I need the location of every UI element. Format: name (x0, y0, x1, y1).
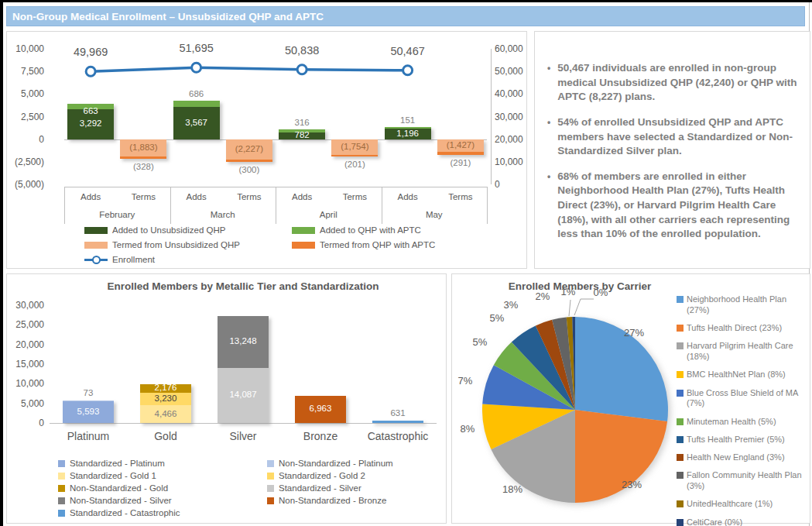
bar-value-label: (300) (226, 165, 272, 174)
pie-percent-label: 23% (622, 479, 642, 490)
legend-label: Termed from Unsubsidized QHP (112, 240, 240, 249)
enrollment-line-marker[interactable] (86, 67, 95, 76)
legend-item[interactable]: Neighborhood Health Plan (27%) (677, 294, 810, 316)
legend-swatch (292, 242, 315, 249)
enrollment-line-marker[interactable] (297, 65, 307, 74)
legend-item[interactable]: Standardized - Silver (267, 483, 361, 493)
terms-bar-stack[interactable]: (1,427) (437, 139, 484, 155)
bar-segment-termed-qhp-aptc[interactable] (331, 155, 378, 156)
terms-bar-stack[interactable]: (2,227) (226, 139, 272, 162)
legend-item[interactable]: Standardized - Catastrophic (58, 508, 180, 517)
right-axis-tick: 40,000 (495, 88, 532, 99)
y-axis-tick: 30,000 (7, 300, 44, 311)
legend-item[interactable]: Blue Cross Blue Shield of MA (7%) (677, 388, 810, 410)
bar-value-label: 2,176 (140, 383, 191, 392)
tier-bar-stack[interactable]: 6,963 (295, 396, 346, 423)
bar-value-label: 3,292 (67, 119, 114, 128)
tier-bar-stack[interactable]: 5,593 (63, 401, 114, 423)
y-axis-tick: 0 (7, 418, 44, 428)
insight-bullet: •68% of members are enrolled in either N… (547, 170, 800, 242)
adds-bar-stack[interactable]: 782 (279, 129, 325, 139)
legend-label: Standardized - Gold 2 (279, 471, 365, 480)
tier-bar-stack[interactable]: 2,1763,2304,466 (140, 384, 191, 423)
carrier-pie-panel: Enrolled Members by Carrier 27%23%18%8%7… (451, 273, 810, 524)
legend-item[interactable]: Harvard Pilgrim Health Care (18%) (677, 341, 810, 363)
month-label: February (64, 210, 170, 219)
legend-item[interactable]: Minuteman Health (5%) (677, 417, 810, 428)
legend-swatch (677, 342, 684, 349)
legend-swatch (267, 485, 274, 492)
legend-item[interactable]: CeltiCare (0%) (677, 517, 810, 526)
bar-value-label: 73 (63, 388, 114, 397)
legend-item[interactable]: Tufts Health Premier (5%) (677, 435, 810, 445)
legend-item[interactable]: Termed from QHP with APTC (292, 240, 435, 249)
left-axis-tick: (5,000) (7, 179, 44, 190)
right-axis-tick: 60,000 (495, 43, 532, 54)
slot-label: Adds (67, 192, 114, 201)
legend-item[interactable]: Standardized - Gold 2 (267, 471, 365, 480)
bar-value-label: 6,963 (295, 404, 346, 413)
legend-item[interactable]: Enrollment (84, 255, 155, 264)
month-label: May (382, 210, 488, 219)
left-axis-tick: 0 (7, 134, 44, 145)
bar-segment-standardized-catastrophic[interactable] (372, 421, 423, 423)
right-axis-tick: 10,000 (495, 156, 532, 167)
legend-label: Added to Unsubsidized QHP (112, 225, 225, 235)
adds-bar-stack[interactable]: 1,196 (385, 127, 431, 139)
tier-chart: 30,00025,00020,00015,00010,0005,00005,59… (7, 274, 446, 523)
adds-bar-stack[interactable]: 3,567 (173, 101, 220, 139)
slot-label: Terms (226, 192, 272, 201)
legend-item[interactable]: BMC HealthNet Plan (8%) (677, 370, 810, 380)
legend-item[interactable]: Health New England (3%) (677, 452, 810, 463)
bar-segment-termed-qhp-aptc[interactable] (226, 160, 272, 163)
pie-slice-neighborhood-health-plan[interactable] (575, 317, 668, 421)
legend-swatch (677, 325, 684, 332)
left-axis-tick: (2,500) (7, 156, 44, 167)
enrollment-line[interactable] (91, 67, 408, 71)
legend-item[interactable]: Added to QHP with APTC (292, 225, 421, 235)
legend-item[interactable]: Standardized - Platinum (58, 459, 165, 468)
legend-item[interactable]: Tufts Health Direct (23%) (677, 323, 810, 334)
enrollment-line-marker[interactable] (192, 63, 201, 72)
legend-label: Non-Standardized - Silver (70, 496, 172, 505)
bar-value-label: 151 (385, 115, 431, 125)
slot-label: Adds (385, 192, 431, 201)
pie-slices (482, 317, 668, 503)
bar-segment-termed-qhp-aptc[interactable] (437, 152, 484, 154)
terms-bar-stack[interactable]: (1,883) (120, 139, 166, 160)
legend-label: Neighborhood Health Plan (27%) (687, 294, 810, 316)
tier-bar-stack[interactable] (372, 421, 423, 423)
legend-item[interactable]: Standardized - Gold 1 (58, 471, 156, 480)
enrollment-line-marker[interactable] (403, 66, 413, 75)
legend-item[interactable]: Fallon Community Health Plan (3%) (677, 470, 810, 492)
bar-segment-termed-qhp-aptc[interactable] (120, 156, 166, 160)
legend-item[interactable]: Non-Standardized - Gold (58, 483, 168, 493)
legend-label: Standardized - Gold 1 (70, 471, 156, 480)
legend-item[interactable]: Non-Standardized - Platinum (267, 459, 393, 468)
tier-category-label: Platinum (51, 430, 125, 442)
legend-label: Non-Standardized - Gold (70, 483, 168, 493)
legend-item[interactable]: UnitedHealthcare (1%) (677, 499, 810, 510)
tier-category-label: Catastrophic (361, 430, 435, 442)
page-title: Non-Group Medical Enrollment – Unsubsidi… (6, 6, 805, 26)
pie-percent-label: 27% (624, 327, 644, 339)
slot-label: Terms (120, 192, 166, 201)
y-axis-tick: 5,000 (7, 398, 44, 409)
adds-bar-stack[interactable]: 3,292663 (67, 104, 114, 139)
legend-item[interactable]: Added to Unsubsidized QHP (84, 225, 225, 235)
legend-swatch (677, 296, 684, 303)
enrollment-value-label: 50,467 (375, 45, 440, 57)
legend-item[interactable]: Termed from Unsubsidized QHP (84, 240, 240, 249)
terms-bar-stack[interactable]: (1,754) (331, 139, 378, 157)
legend-item[interactable]: Non-Standardized - Bronze (267, 496, 386, 505)
bar-value-label: 782 (279, 130, 325, 139)
legend-swatch (84, 242, 108, 249)
tier-bar-stack[interactable]: 13,24814,087 (218, 316, 269, 423)
legend-swatch (267, 497, 274, 504)
legend-item[interactable]: Non-Standardized - Silver (58, 496, 172, 505)
legend-swatch (58, 497, 65, 504)
legend-label: Non-Standardized - Platinum (279, 459, 393, 468)
right-axis-tick: 30,000 (495, 112, 532, 122)
bar-segment-added-qhp-aptc[interactable] (173, 101, 220, 107)
metallic-tier-panel: Enrolled Members by Metallic Tier and St… (6, 273, 447, 524)
